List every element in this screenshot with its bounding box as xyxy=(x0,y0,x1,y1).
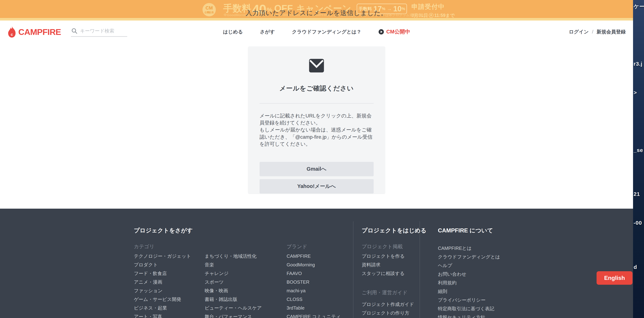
footer-title-search-projects: プロジェクトをさがす xyxy=(134,227,193,234)
footer-subheading-guide: ご利用・運営ガイド xyxy=(362,289,408,296)
flame-icon: c xyxy=(7,26,17,38)
card-body-paragraph: もしメールが届かない場合は、迷惑メールをご確認いただき、「@camp-fire.… xyxy=(260,126,374,147)
nav-link[interactable]: はじめる xyxy=(223,29,243,35)
auth-links: ログイン / 新規会員登録 xyxy=(569,29,626,35)
footer-subheading-listing: プロジェクト掲載 xyxy=(362,243,403,250)
footer-link-brand[interactable]: GoodMorning xyxy=(286,260,341,269)
footer-link-about[interactable]: 利用規約 xyxy=(438,278,500,287)
desktop-icon-label: r3.j xyxy=(634,61,642,67)
footer-link-guide[interactable]: プロジェクトの作り方 xyxy=(362,309,414,317)
search-input[interactable] xyxy=(80,28,123,34)
footer-link-category[interactable]: 音楽 xyxy=(205,260,262,269)
footer-link-brand[interactable]: 3rdTable xyxy=(286,303,341,312)
footer-link-about[interactable]: お問い合わせ xyxy=(438,270,500,278)
desktop-icon-label: ケー xyxy=(634,3,644,10)
desktop-icon-label: 21 xyxy=(634,191,640,197)
footer-link-guide[interactable]: プロジェクト作成ガイド xyxy=(362,300,414,309)
card-body-paragraph: メールに記載されたURLをクリックの上、新規会員登録を続けてください。 xyxy=(260,112,374,126)
card-title: メールをご確認ください xyxy=(260,84,374,93)
svg-text:c: c xyxy=(11,32,13,37)
banner-bottom-strip xyxy=(0,18,633,21)
card-divider xyxy=(260,103,374,104)
brand-list: CAMPFIREGoodMorningFAAVOBOOSTERmachi-yaC… xyxy=(286,252,341,318)
footer-link-category[interactable]: アート・写真 xyxy=(134,312,191,318)
play-icon xyxy=(378,29,384,35)
gmail-button[interactable]: Gmailへ xyxy=(260,162,374,176)
footer-link-brand[interactable]: CLOSS xyxy=(286,295,341,303)
auth-separator: / xyxy=(592,29,593,35)
listing-link-list: プロジェクトを作る資料請求スタッフに相談する xyxy=(362,252,405,278)
about-link-list: CAMPFIREとはクラウドファンディングとはヘルプお問い合わせ利用規約細則プラ… xyxy=(438,244,500,318)
footer-link-category[interactable]: ビジネス・起業 xyxy=(134,303,191,312)
footer-link-listing[interactable]: スタッフに相談する xyxy=(362,269,405,278)
site-footer: プロジェクトをさがす カテゴリ テクノロジー・ガジェットプロダクトフード・飲食店… xyxy=(0,209,633,318)
footer-link-category[interactable]: アニメ・漫画 xyxy=(134,278,191,286)
desktop-icon-label: _se xyxy=(634,147,643,153)
footer-link-category[interactable]: まちづくり・地域活性化 xyxy=(205,252,262,260)
envelope-icon xyxy=(309,58,324,73)
footer-link-category[interactable]: フード・飲食店 xyxy=(134,269,191,278)
desktop-icon-label: > xyxy=(634,90,637,96)
login-link[interactable]: ログイン xyxy=(569,29,589,35)
main-nav: はじめるさがすクラウドファンディングとは？ CM公開中 xyxy=(223,28,410,36)
footer-link-about[interactable]: クラウドファンディングとは xyxy=(438,252,500,261)
footer-link-category[interactable]: 書籍・雑誌出版 xyxy=(205,295,262,303)
footer-title-start-project: プロジェクトをはじめる xyxy=(362,227,426,234)
footer-link-category[interactable]: ゲーム・サービス開発 xyxy=(134,295,191,303)
desktop-wallpaper: ケー r3.j > _se 21 -00 d xyxy=(633,0,644,318)
main-content: メールをご確認ください メールに記載されたURLをクリックの上、新規会員登録を続… xyxy=(0,43,633,209)
footer-link-category[interactable]: スポーツ xyxy=(205,278,262,286)
cm-video-link[interactable]: CM公開中 xyxy=(378,28,410,36)
search-box[interactable] xyxy=(71,27,127,37)
english-language-button[interactable]: English xyxy=(596,271,632,285)
category-list-col1: テクノロジー・ガジェットプロダクトフード・飲食店アニメ・漫画ファッションゲーム・… xyxy=(134,252,191,318)
footer-link-brand[interactable]: FAAVO xyxy=(286,269,341,278)
footer-link-about[interactable]: CAMPFIREとは xyxy=(438,244,500,252)
footer-link-category[interactable]: 舞台・パフォーマンス xyxy=(205,312,262,318)
signup-link[interactable]: 新規会員登録 xyxy=(596,29,626,35)
footer-link-brand[interactable]: CAMPFIRE xyxy=(286,252,341,260)
footer-link-category[interactable]: ファッション xyxy=(134,286,191,295)
card-body: メールに記載されたURLをクリックの上、新規会員登録を続けてください。 もしメー… xyxy=(260,112,374,147)
footer-subheading-brand: ブランド xyxy=(286,243,307,250)
flash-toast-message: 入力頂いたアドレスにメールを送信しました。 xyxy=(0,9,633,18)
footer-link-listing[interactable]: プロジェクトを作る xyxy=(362,252,405,260)
footer-link-brand[interactable]: machi-ya xyxy=(286,286,341,295)
desktop-icon-label: d xyxy=(634,264,637,270)
footer-link-guide[interactable]: プロジェクトの広め方 xyxy=(362,317,414,318)
campfire-logo[interactable]: c CAMPFIRE xyxy=(7,26,61,38)
footer-divider xyxy=(420,221,420,318)
email-confirmation-card: メールをご確認ください メールに記載されたURLをクリックの上、新規会員登録を続… xyxy=(248,46,385,194)
footer-link-brand[interactable]: BOOSTER xyxy=(286,278,341,286)
logo-text: CAMPFIRE xyxy=(18,27,61,37)
footer-link-category[interactable]: テクノロジー・ガジェット xyxy=(134,252,191,260)
footer-link-about[interactable]: ヘルプ xyxy=(438,261,500,270)
desktop-icon-label: -00 xyxy=(634,220,642,226)
footer-link-about[interactable]: 特定商取引法に基づく表記 xyxy=(438,304,500,313)
footer-link-about[interactable]: プライバシーポリシー xyxy=(438,296,500,304)
footer-link-about[interactable]: 情報セキュリティ方針 xyxy=(438,313,500,318)
cm-link-label: CM公開中 xyxy=(386,28,410,36)
footer-link-listing[interactable]: 資料請求 xyxy=(362,260,405,269)
nav-link[interactable]: クラウドファンディングとは？ xyxy=(292,29,361,35)
footer-link-category[interactable]: ビューティー・ヘルスケア xyxy=(205,303,262,312)
screenshot-root: ケー r3.j > _se 21 -00 d CM 公開記念 手数料 40 % … xyxy=(0,0,644,318)
browser-window: CM 公開記念 手数料 40 % OFF キャンペーン 手数料 17 % → 1… xyxy=(0,0,633,318)
nav-link[interactable]: さがす xyxy=(260,29,275,35)
footer-link-category[interactable]: プロダクト xyxy=(134,260,191,269)
guide-link-list: プロジェクト作成ガイドプロジェクトの作り方プロジェクトの広め方 xyxy=(362,300,414,318)
site-header: c CAMPFIRE はじめるさがすクラウドファンディングとは？ xyxy=(0,21,633,43)
footer-subheading-category: カテゴリ xyxy=(134,243,154,250)
yahoo-mail-button[interactable]: Yahoo!メールへ xyxy=(260,179,374,194)
promo-banner[interactable]: CM 公開記念 手数料 40 % OFF キャンペーン 手数料 17 % → 1… xyxy=(0,0,633,18)
footer-link-category[interactable]: 映像・映画 xyxy=(205,286,262,295)
footer-divider xyxy=(353,221,354,318)
category-list-col2: まちづくり・地域活性化音楽チャレンジスポーツ映像・映画書籍・雑誌出版ビューティー… xyxy=(205,252,262,318)
footer-link-category[interactable]: チャレンジ xyxy=(205,269,262,278)
search-icon xyxy=(71,28,78,34)
footer-title-about: CAMPFIRE について xyxy=(438,227,493,234)
footer-link-brand[interactable]: CAMPFIRE コミュニティ xyxy=(286,312,341,318)
footer-link-about[interactable]: 細則 xyxy=(438,287,500,296)
